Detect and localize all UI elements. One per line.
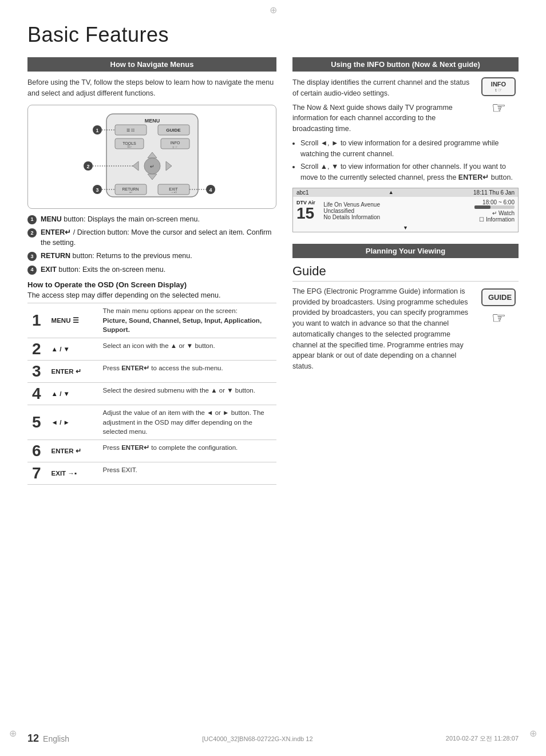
channel-timestamp: 18:11 Thu 6 Jan	[473, 189, 515, 196]
svg-text:4: 4	[209, 187, 212, 193]
info-bullets: Scroll ◄, ► to view information for a de…	[300, 138, 519, 183]
osd-row-2: 2 ▲ / ▼ Select an icon with the ▲ or ▼ b…	[27, 338, 276, 361]
info-header: Using the INFO button (Now & Next guide)	[292, 57, 519, 72]
guide-text: The EPG (Electronic Programme Guide) inf…	[292, 286, 472, 372]
osd-desc-1: The main menu options appear on the scre…	[98, 303, 276, 338]
osd-table: 1 MENU ☰ The main menu options appear on…	[27, 303, 276, 485]
action-info: ☐ Information	[474, 216, 515, 223]
svg-text:☰ ☷: ☰ ☷	[126, 128, 134, 132]
osd-step-1: 1	[27, 303, 47, 338]
channel-number: 15	[296, 205, 314, 221]
bullet-2: Scroll ▲, ▼ to view information for othe…	[300, 161, 519, 183]
channel-name: abc1	[296, 189, 309, 196]
crosshair-bottom-left: ⊕	[9, 728, 17, 739]
btn-num-2: 2	[27, 228, 37, 238]
osd-desc-4: Select the desired submenu with the ▲ or…	[98, 383, 276, 405]
svg-text:GUIDE: GUIDE	[166, 128, 181, 133]
btn-desc-3: RETURN button: Returns to the previous m…	[41, 251, 192, 262]
osd-key-6: ENTER ↵	[47, 440, 98, 462]
action-watch: ↵ Watch	[474, 210, 515, 216]
hand-pointing-icon: ☞	[481, 98, 516, 117]
osd-row-6: 6 ENTER ↵ Press ENTER↵ to complete the c…	[27, 440, 276, 462]
channel-details: Life On Venus Avenue Unclassified No Det…	[323, 201, 474, 220]
planning-section: Planning Your Viewing Guide The EPG (Ele…	[292, 244, 519, 372]
svg-text:INFO: INFO	[170, 141, 180, 145]
info-text-block: The display identifies the current chann…	[292, 77, 472, 138]
svg-text:↵: ↵	[150, 164, 155, 169]
osd-desc-7: Press EXIT.	[98, 462, 276, 485]
guide-title: Guide	[292, 264, 519, 282]
page-footer: 12 English [UC4000_32]BN68-02722G-XN.ind…	[27, 733, 519, 745]
progress-bar	[474, 205, 515, 209]
osd-title: How to Operate the OSD (On Screen Displa…	[27, 280, 276, 289]
osd-step-6: 6	[27, 440, 47, 462]
svg-text:→▪☓: →▪☓	[170, 191, 176, 194]
osd-step-7: 7	[27, 462, 47, 485]
button-item-3: 3 RETURN button: Returns to the previous…	[27, 251, 276, 262]
page-title: Basic Features	[27, 23, 519, 47]
page-number: 12	[27, 733, 39, 744]
osd-row-3: 3 ENTER ↵ Press ENTER↵ to access the sub…	[27, 361, 276, 383]
right-column: Using the INFO button (Now & Next guide)…	[292, 57, 519, 485]
guide-button-visual: GUIDE ☞	[481, 288, 516, 327]
info-content: The display identifies the current chann…	[292, 77, 519, 138]
osd-row-4: 4 ▲ / ▼ Select the desired submenu with …	[27, 383, 276, 405]
show-classification: Unclassified	[323, 208, 474, 214]
info-section: Using the INFO button (Now & Next guide)…	[292, 57, 519, 232]
channel-info-box: abc1 ▲ 18:11 Thu 6 Jan DTV Air 15 Life O…	[292, 188, 519, 232]
osd-step-5: 5	[27, 405, 47, 440]
button-item-1: 1 MENU button: Displays the main on-scre…	[27, 215, 276, 225]
svg-text:2: 2	[86, 164, 89, 169]
page-number-block: 12 English	[27, 733, 69, 745]
progress-bar-fill	[474, 205, 490, 209]
channel-service-num: DTV Air 15	[296, 200, 320, 221]
guide-content: The EPG (Electronic Programme Guide) inf…	[292, 286, 519, 372]
button-item-4: 4 EXIT button: Exits the on-screen menu.	[27, 265, 276, 275]
osd-key-3: ENTER ↵	[47, 361, 98, 383]
osd-row-7: 7 EXIT →▪ Press EXIT.	[27, 462, 276, 485]
channel-actions: 18:00 ~ 6:00 ↵ Watch ☐ Information	[474, 199, 515, 223]
osd-row-5: 5 ◄ / ► Adjust the value of an item with…	[27, 405, 276, 440]
remote-diagram: MENU ☰ ☷ GUIDE TOOLS ☰♪ INFO	[27, 105, 276, 209]
navigate-intro: Before using the TV, follow the steps be…	[27, 77, 276, 99]
info-button-box: INFO t ☞	[481, 77, 516, 96]
osd-desc-3: Press ENTER↵ to access the sub-menu.	[98, 361, 276, 383]
planning-header: Planning Your Viewing	[292, 244, 519, 258]
button-descriptions: 1 MENU button: Displays the main on-scre…	[27, 215, 276, 275]
info-btn-label: INFO	[487, 81, 510, 88]
svg-text:↩: ↩	[129, 191, 132, 194]
btn-desc-1: MENU button: Displays the main on-screen…	[41, 215, 200, 225]
info-para2: The Now & Next guide shows daily TV prog…	[292, 102, 472, 134]
file-ref: [UC4000_32]BN68-02722G-XN.indb 12	[202, 735, 312, 742]
btn-num-1: 1	[27, 215, 37, 224]
page-language: English	[43, 734, 69, 743]
osd-desc-5: Adjust the value of an item with the ◄ o…	[98, 405, 276, 440]
guide-btn-label: GUIDE	[488, 293, 509, 302]
info-para1: The display identifies the current chann…	[292, 77, 472, 99]
bullet-1: Scroll ◄, ► to view information for a de…	[300, 138, 519, 160]
osd-key-7: EXIT →▪	[47, 462, 98, 485]
osd-desc-6: Press ENTER↵ to complete the configurati…	[98, 440, 276, 462]
guide-button-box: GUIDE	[481, 288, 516, 306]
crosshair-bottom-right: ⊕	[529, 728, 537, 739]
osd-row-1: 1 MENU ☰ The main menu options appear on…	[27, 303, 276, 338]
svg-text:t ☞: t ☞	[172, 145, 177, 149]
guide-button-area: GUIDE ☞	[478, 286, 519, 327]
info-btn-sub: t ☞	[487, 88, 510, 93]
channel-nav-down: ▼	[293, 225, 518, 232]
svg-text:MENU: MENU	[144, 118, 160, 124]
osd-key-4: ▲ / ▼	[47, 383, 98, 405]
osd-desc-2: Select an icon with the ▲ or ▼ button.	[98, 338, 276, 361]
show-details: No Details Information	[323, 214, 474, 220]
date-ref: 2010-02-27 오전 11:28:07	[446, 734, 519, 743]
svg-text:3: 3	[96, 187, 98, 193]
osd-key-2: ▲ / ▼	[47, 338, 98, 361]
svg-text:☰♪: ☰♪	[127, 145, 132, 148]
info-button-visual: INFO t ☞ ☞	[481, 77, 516, 117]
osd-step-3: 3	[27, 361, 47, 383]
navigate-header: How to Navigate Menus	[27, 57, 276, 72]
button-item-2: 2 ENTER↵ / Direction button: Move the cu…	[27, 228, 276, 248]
channel-info-body: DTV Air 15 Life On Venus Avenue Unclassi…	[293, 197, 518, 225]
remote-svg: MENU ☰ ☷ GUIDE TOOLS ☰♪ INFO	[72, 111, 232, 203]
btn-num-4: 4	[27, 266, 37, 275]
